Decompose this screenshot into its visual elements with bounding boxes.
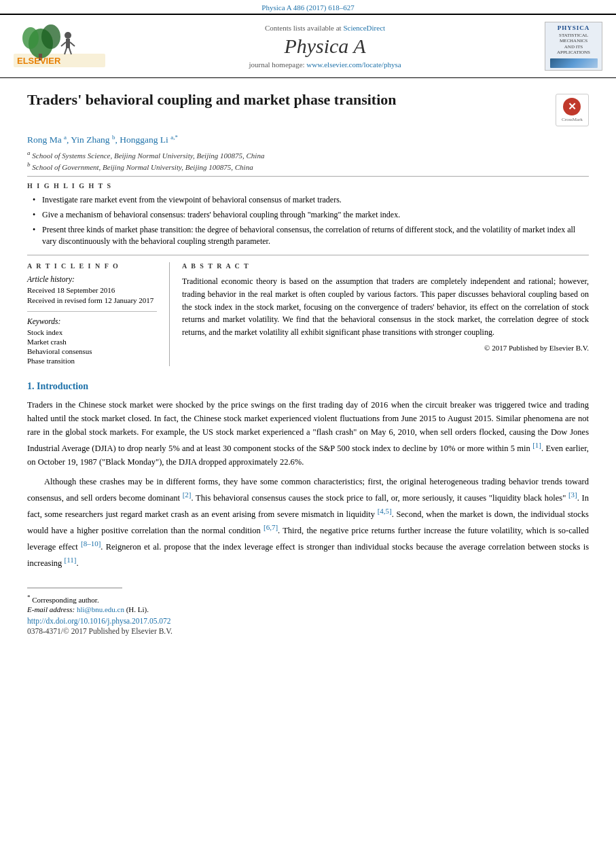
svg-point-5 xyxy=(65,32,71,39)
article-history-label: Article history: xyxy=(27,275,157,283)
copyright: © 2017 Published by Elsevier B.V. xyxy=(182,344,589,352)
main-content: Traders' behavioral coupling and market … xyxy=(0,78,616,649)
keyword-2: Market crash xyxy=(27,338,157,346)
svg-line-9 xyxy=(65,48,67,54)
ref-4-5: [4,5] xyxy=(378,507,392,515)
footer-divider xyxy=(27,588,122,588)
abstract-text: Traditional economic theory is based on … xyxy=(182,275,589,338)
highlight-item-3: • Present three kinds of market phase tr… xyxy=(33,224,589,247)
ref-8-10: [8–10] xyxy=(81,539,101,548)
svg-point-3 xyxy=(41,24,60,49)
svg-line-8 xyxy=(70,42,75,46)
abstract-label: A B S T R A C T xyxy=(182,262,589,270)
journal-header: ELSEVIER Contents lists available at Sci… xyxy=(0,14,616,78)
divider-1 xyxy=(27,176,589,177)
author-3: Honggang Li a,* xyxy=(120,135,178,145)
received-date: Received 18 September 2016 xyxy=(27,286,157,294)
ref-11: [11] xyxy=(65,556,77,564)
footnote-corresponding: * Corresponding author. xyxy=(27,594,589,604)
article-title: Traders' behavioral coupling and market … xyxy=(27,90,545,110)
two-column-section: A R T I C L E I N F O Article history: R… xyxy=(27,262,589,366)
author-2: Yin Zhang b xyxy=(71,135,115,145)
svg-line-7 xyxy=(61,42,66,46)
intro-paragraph-2: Although these crashes may be in differe… xyxy=(27,476,589,570)
doi-link[interactable]: http://dx.doi.org/10.1016/j.physa.2017.0… xyxy=(27,617,589,625)
svg-line-10 xyxy=(69,48,71,54)
crossmark-badge: ✕ CrossMark xyxy=(556,94,589,126)
email-link[interactable]: hli@bnu.edu.cn xyxy=(77,605,124,613)
ref-6-7: [6,7] xyxy=(264,523,278,531)
journal-title-display: Physica A xyxy=(113,34,537,58)
top-banner: Physica A 486 (2017) 618–627 xyxy=(0,0,616,14)
footnote-star: * xyxy=(27,594,31,601)
ref-2: [2] xyxy=(183,490,192,499)
article-info-label: A R T I C L E I N F O xyxy=(27,262,157,270)
highlights-label: H I G H L I G H T S xyxy=(27,182,589,190)
svg-rect-6 xyxy=(66,39,70,48)
keywords-label: Keywords: xyxy=(27,317,157,325)
contents-available: Contents lists available at ScienceDirec… xyxy=(113,24,537,32)
elsevier-logo: ELSEVIER xyxy=(14,23,105,70)
keyword-1: Stock index xyxy=(27,328,157,336)
banner-text: Physica A 486 (2017) 618–627 xyxy=(261,3,354,12)
footnote-email-line: E-mail address: hli@bnu.edu.cn (H. Li). xyxy=(27,605,589,613)
highlights-section: H I G H L I G H T S • Investigate rare m… xyxy=(27,182,589,247)
highlight-item-1: • Investigate rare market event from the… xyxy=(33,194,589,206)
keyword-4: Phase transition xyxy=(27,357,157,365)
svg-text:ELSEVIER: ELSEVIER xyxy=(17,56,61,66)
abstract-column: A B S T R A C T Traditional economic the… xyxy=(170,262,589,366)
divider-2 xyxy=(27,255,589,255)
ref-3: [3] xyxy=(568,490,577,499)
issn-text: 0378-4371/© 2017 Published by Elsevier B… xyxy=(27,627,589,635)
revised-date: Received in revised form 12 January 2017 xyxy=(27,296,157,304)
sciencedirect-link[interactable]: ScienceDirect xyxy=(343,24,385,32)
article-info-column: A R T I C L E I N F O Article history: R… xyxy=(27,262,170,366)
journal-center: Contents lists available at ScienceDirec… xyxy=(113,24,537,69)
homepage-url[interactable]: www.elsevier.com/locate/physa xyxy=(306,60,401,69)
svg-point-2 xyxy=(22,27,39,49)
authors-line: Rong Ma a, Yin Zhang b, Honggang Li a,* xyxy=(27,133,589,145)
journal-cover: PHYSICA STATISTICAL MECHANICSAND ITS APP… xyxy=(545,22,602,71)
affiliation-a: a School of Systems Science, Beijing Nor… xyxy=(27,149,589,160)
ref-1: [1] xyxy=(532,441,541,449)
info-divider xyxy=(27,311,157,312)
highlight-item-2: • Give a mechanism of behavioral consens… xyxy=(33,209,589,221)
affiliation-b: b School of Government, Beijing Normal U… xyxy=(27,161,589,171)
author-1: Rong Ma a xyxy=(27,135,67,145)
introduction-section: 1. Introduction Traders in the Chinese s… xyxy=(27,381,589,570)
keyword-3: Behavioral consensus xyxy=(27,347,157,355)
intro-paragraph-1: Traders in the Chinese stock market were… xyxy=(27,399,589,469)
homepage-line: journal homepage: www.elsevier.com/locat… xyxy=(113,60,537,69)
highlights-list: • Investigate rare market event from the… xyxy=(27,194,589,247)
intro-heading: 1. Introduction xyxy=(27,381,589,392)
